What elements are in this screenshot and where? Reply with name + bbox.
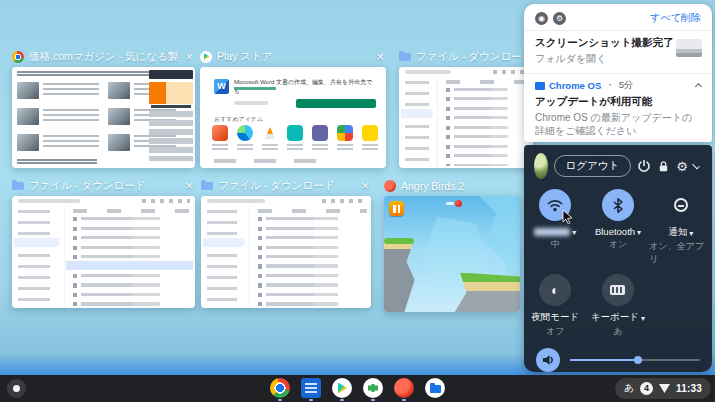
wifi-sublabel: 中	[551, 238, 560, 251]
notification-time-value: 5分	[619, 79, 634, 92]
shelf: あ 4 11:33	[0, 375, 715, 402]
night-mode-sublabel: オフ	[546, 325, 564, 338]
dropdown-caret-icon	[572, 226, 576, 237]
bluetooth-tile[interactable]: Bluetooth オン	[587, 189, 650, 266]
bluetooth-sublabel: オン	[609, 238, 627, 251]
window-header: ファイル - ダウンロード	[399, 48, 533, 65]
dropdown-caret-icon	[637, 226, 641, 237]
overview-window-angrybirds: Angry Birds 2	[384, 196, 520, 312]
window-title: ファイル - ダウンロード	[218, 179, 354, 193]
wifi-tile[interactable]: 中	[524, 189, 587, 266]
window-preview-files-top[interactable]	[399, 67, 533, 168]
collapse-chevron-icon[interactable]	[695, 83, 702, 90]
window-title: ファイル - ダウンロード	[416, 50, 533, 64]
notifications-tile[interactable]: 通知 オン、全アプリ	[649, 189, 712, 266]
shelf-play-games-icon[interactable]	[363, 378, 383, 398]
shelf-angry-birds-icon[interactable]	[394, 378, 414, 398]
bird-indicator	[455, 200, 462, 207]
notification-update[interactable]: Chrome OS ・ 5分 アップデートが利用可能 Chrome OS の最新…	[524, 74, 712, 141]
screenshot-thumbnail	[676, 39, 702, 57]
shelf-play-store-icon[interactable]	[332, 378, 352, 398]
screenshot-shield-icon: ◉	[535, 12, 548, 25]
shelf-chrome-icon[interactable]	[270, 378, 290, 398]
folder-icon	[399, 51, 411, 63]
folder-icon	[12, 180, 24, 192]
collapse-panel-chevron-icon[interactable]	[692, 161, 700, 169]
window-title: 価格.comマガジン - 気になる製品をユー	[29, 50, 178, 64]
install-button	[296, 99, 376, 108]
overview-window-playstore: Play ストア × Microsoft Word 文書の作成、編集、共有を外出…	[200, 67, 386, 168]
desktop-wallpaper: 価格.comマガジン - 気になる製品をユー × Play ストア ×	[0, 0, 715, 402]
window-header: 価格.comマガジン - 気になる製品をユー ×	[12, 48, 195, 65]
window-title: ファイル - ダウンロード	[29, 179, 178, 193]
overview-window-files-left: ファイル - ダウンロード ×	[12, 196, 195, 308]
overview-window-kakaku: 価格.comマガジン - 気になる製品をユー ×	[12, 67, 195, 168]
ad-banner	[149, 82, 193, 104]
notification-screenshot[interactable]: スクリーンショット撮影完了 フォルダを開く	[524, 31, 712, 73]
notifications-sublabel: オン、全アプリ	[649, 240, 712, 266]
close-icon[interactable]: ×	[183, 50, 195, 63]
notification-source: Chrome OS	[549, 80, 601, 91]
do-not-disturb-icon	[674, 198, 688, 212]
night-mode-icon: ◐	[551, 283, 559, 297]
notification-center: ◉ ⚙ すべて削除 スクリーンショット撮影完了 フォルダを開く Chrome O…	[524, 4, 712, 142]
wifi-icon	[547, 199, 563, 212]
notification-time: ・	[605, 79, 615, 92]
system-tray[interactable]: あ 4 11:33	[615, 378, 711, 399]
window-preview-angrybirds[interactable]	[384, 196, 520, 312]
overview-window-files-middle: ファイル - ダウンロード ×	[201, 196, 371, 308]
window-preview-kakaku[interactable]	[12, 67, 195, 168]
wifi-status-icon	[659, 384, 670, 393]
close-icon[interactable]: ×	[183, 179, 195, 192]
kakaku-sidebar	[149, 70, 193, 168]
volume-slider[interactable]	[570, 359, 700, 361]
clock: 11:33	[676, 383, 702, 394]
network-name-redacted	[534, 228, 570, 236]
window-preview-files-middle[interactable]	[201, 196, 371, 308]
dropdown-caret-icon	[689, 227, 693, 238]
notification-title: アップデートが利用可能	[535, 95, 701, 109]
notification-count-badge: 4	[640, 382, 653, 395]
pause-button	[389, 201, 404, 216]
volume-slider-knob[interactable]	[634, 356, 642, 364]
night-light-tile[interactable]: ◐ 夜間モード オフ	[524, 274, 587, 338]
window-preview-playstore[interactable]: Microsoft Word 文書の作成、編集、共有を外出先でも おすすめアイテ…	[200, 67, 386, 168]
bluetooth-icon	[613, 198, 623, 213]
window-header: ファイル - ダウンロード ×	[201, 177, 371, 194]
word-app-icon	[214, 79, 229, 94]
window-header: ファイル - ダウンロード ×	[12, 177, 195, 194]
speaker-icon	[542, 354, 555, 366]
mouse-cursor	[562, 210, 573, 224]
keyboard-tile[interactable]: キーボード あ	[587, 274, 650, 338]
suggested-apps-row	[212, 125, 380, 143]
keyboard-icon	[610, 285, 625, 295]
window-title: Play ストア	[217, 50, 369, 64]
chrome-icon	[12, 51, 24, 63]
clear-all-button[interactable]: すべて削除	[650, 11, 701, 25]
keyboard-sublabel: あ	[613, 325, 622, 338]
angry-birds-icon	[384, 180, 396, 192]
folder-icon	[201, 180, 213, 192]
window-header: Play ストア ×	[200, 48, 386, 65]
play-store-icon	[200, 51, 212, 63]
shelf-files-icon[interactable]	[425, 378, 445, 398]
lock-icon[interactable]	[657, 155, 670, 177]
window-title: Angry Birds 2	[401, 180, 520, 192]
power-button[interactable]	[637, 155, 651, 177]
volume-mute-button[interactable]	[536, 348, 560, 372]
window-preview-files-left[interactable]	[12, 196, 195, 308]
logout-button[interactable]: ログアウト	[554, 155, 632, 177]
avatar[interactable]	[534, 153, 548, 179]
close-icon[interactable]: ×	[374, 50, 386, 63]
settings-gear-icon: ⚙	[553, 12, 566, 25]
ime-indicator: あ	[624, 382, 634, 395]
close-icon[interactable]: ×	[359, 179, 371, 192]
shelf-docs-icon[interactable]	[301, 378, 321, 398]
notification-body: Chrome OS の最新アップデートの詳細をご確認ください	[535, 111, 701, 137]
overview-window-files-top: ファイル - ダウンロード	[399, 67, 533, 168]
settings-gear-icon[interactable]: ⚙	[676, 155, 688, 177]
chromeos-icon	[535, 82, 545, 90]
play-section-title: おすすめアイテム	[214, 115, 263, 124]
window-header: Angry Birds 2	[384, 177, 520, 194]
dropdown-caret-icon	[641, 312, 645, 323]
